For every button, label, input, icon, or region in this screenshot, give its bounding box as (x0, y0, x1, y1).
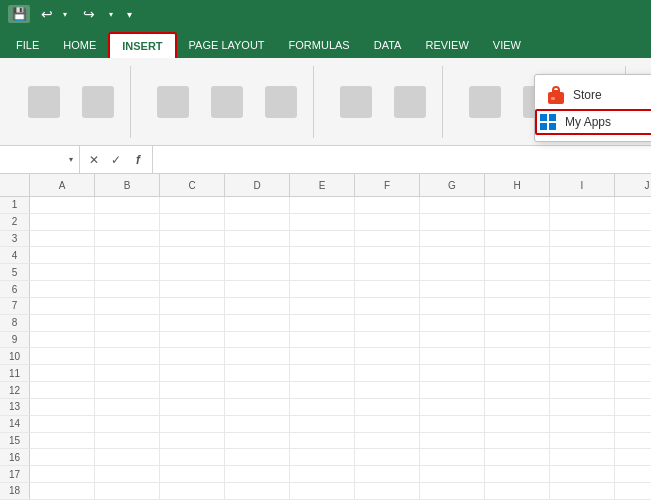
spreadsheet-cell[interactable] (225, 365, 290, 381)
name-box-arrow-icon[interactable]: ▾ (69, 155, 73, 164)
spreadsheet-cell[interactable] (225, 449, 290, 465)
col-header-g[interactable]: G (420, 174, 485, 196)
spreadsheet-cell[interactable] (95, 416, 160, 432)
spreadsheet-cell[interactable] (615, 281, 651, 297)
col-header-a[interactable]: A (30, 174, 95, 196)
spreadsheet-cell[interactable] (355, 231, 420, 247)
spreadsheet-cell[interactable] (550, 365, 615, 381)
spreadsheet-cell[interactable] (160, 197, 225, 213)
spreadsheet-cell[interactable] (420, 365, 485, 381)
spreadsheet-cell[interactable] (355, 247, 420, 263)
spreadsheet-cell[interactable] (485, 399, 550, 415)
spreadsheet-cell[interactable] (30, 466, 95, 482)
spreadsheet-cell[interactable] (30, 247, 95, 263)
spreadsheet-cell[interactable] (420, 298, 485, 314)
spreadsheet-cell[interactable] (420, 214, 485, 230)
spreadsheet-cell[interactable] (160, 298, 225, 314)
spreadsheet-cell[interactable] (225, 348, 290, 364)
shapes-btn[interactable] (203, 73, 251, 131)
spreadsheet-cell[interactable] (30, 433, 95, 449)
spreadsheet-cell[interactable] (160, 332, 225, 348)
tab-data[interactable]: DATA (362, 32, 414, 58)
myapps-dropdown-item[interactable]: My Apps ▾ (535, 109, 651, 135)
spreadsheet-cell[interactable] (550, 416, 615, 432)
spreadsheet-cell[interactable] (420, 382, 485, 398)
spreadsheet-cell[interactable] (30, 264, 95, 280)
spreadsheet-cell[interactable] (290, 332, 355, 348)
spreadsheet-cell[interactable] (95, 348, 160, 364)
spreadsheet-cell[interactable] (420, 483, 485, 499)
confirm-formula-button[interactable]: ✓ (106, 150, 126, 170)
spreadsheet-cell[interactable] (420, 247, 485, 263)
corner-cell[interactable] (0, 174, 30, 196)
spreadsheet-cell[interactable] (550, 433, 615, 449)
spreadsheet-cell[interactable] (160, 433, 225, 449)
spreadsheet-cell[interactable] (615, 483, 651, 499)
spreadsheet-cell[interactable] (225, 231, 290, 247)
spreadsheet-cell[interactable] (420, 264, 485, 280)
spreadsheet-cell[interactable] (160, 483, 225, 499)
spreadsheet-cell[interactable] (485, 231, 550, 247)
spreadsheet-cell[interactable] (550, 281, 615, 297)
spreadsheet-cell[interactable] (550, 214, 615, 230)
spreadsheet-cell[interactable] (355, 449, 420, 465)
spreadsheet-cell[interactable] (420, 315, 485, 331)
spreadsheet-cell[interactable] (355, 416, 420, 432)
spreadsheet-cell[interactable] (485, 449, 550, 465)
spreadsheet-cell[interactable] (550, 298, 615, 314)
spreadsheet-cell[interactable] (550, 348, 615, 364)
store-dropdown-item[interactable]: Store (535, 81, 651, 109)
spreadsheet-cell[interactable] (95, 281, 160, 297)
spreadsheet-cell[interactable] (30, 399, 95, 415)
spreadsheet-cell[interactable] (355, 214, 420, 230)
spreadsheet-cell[interactable] (615, 348, 651, 364)
spreadsheet-cell[interactable] (485, 433, 550, 449)
spreadsheet-cell[interactable] (95, 231, 160, 247)
spreadsheet-cell[interactable] (485, 466, 550, 482)
spreadsheet-cell[interactable] (30, 382, 95, 398)
spreadsheet-cell[interactable] (550, 247, 615, 263)
spreadsheet-cell[interactable] (290, 264, 355, 280)
col-header-c[interactable]: C (160, 174, 225, 196)
spreadsheet-cell[interactable] (485, 348, 550, 364)
tables-btn-1[interactable] (20, 73, 68, 131)
tab-file[interactable]: FILE (4, 32, 51, 58)
spreadsheet-cell[interactable] (355, 348, 420, 364)
undo-button[interactable]: ↩ (36, 5, 58, 23)
spreadsheet-cell[interactable] (30, 315, 95, 331)
spreadsheet-cell[interactable] (485, 197, 550, 213)
spreadsheet-cell[interactable] (95, 466, 160, 482)
spreadsheet-cell[interactable] (420, 348, 485, 364)
spreadsheet-cell[interactable] (290, 433, 355, 449)
spreadsheet-cell[interactable] (355, 466, 420, 482)
spreadsheet-cell[interactable] (95, 365, 160, 381)
spreadsheet-cell[interactable] (615, 416, 651, 432)
spreadsheet-cell[interactable] (485, 264, 550, 280)
spreadsheet-cell[interactable] (225, 315, 290, 331)
spreadsheet-cell[interactable] (355, 332, 420, 348)
spreadsheet-cell[interactable] (420, 281, 485, 297)
spreadsheet-cell[interactable] (355, 433, 420, 449)
col-header-e[interactable]: E (290, 174, 355, 196)
spreadsheet-cell[interactable] (355, 365, 420, 381)
spreadsheet-cell[interactable] (160, 365, 225, 381)
col-header-j[interactable]: J (615, 174, 651, 196)
spreadsheet-cell[interactable] (355, 264, 420, 280)
spreadsheet-cell[interactable] (160, 466, 225, 482)
spreadsheet-cell[interactable] (550, 332, 615, 348)
spreadsheet-cell[interactable] (355, 281, 420, 297)
spreadsheet-cell[interactable] (225, 332, 290, 348)
spreadsheet-cell[interactable] (30, 231, 95, 247)
col-header-h[interactable]: H (485, 174, 550, 196)
function-button[interactable]: f (128, 150, 148, 170)
spreadsheet-cell[interactable] (420, 416, 485, 432)
spreadsheet-cell[interactable] (615, 197, 651, 213)
spreadsheet-cell[interactable] (160, 247, 225, 263)
spreadsheet-cell[interactable] (485, 483, 550, 499)
spreadsheet-cell[interactable] (30, 449, 95, 465)
spreadsheet-cell[interactable] (30, 332, 95, 348)
spreadsheet-cell[interactable] (290, 382, 355, 398)
spreadsheet-cell[interactable] (420, 449, 485, 465)
spreadsheet-cell[interactable] (485, 365, 550, 381)
spreadsheet-cell[interactable] (550, 197, 615, 213)
